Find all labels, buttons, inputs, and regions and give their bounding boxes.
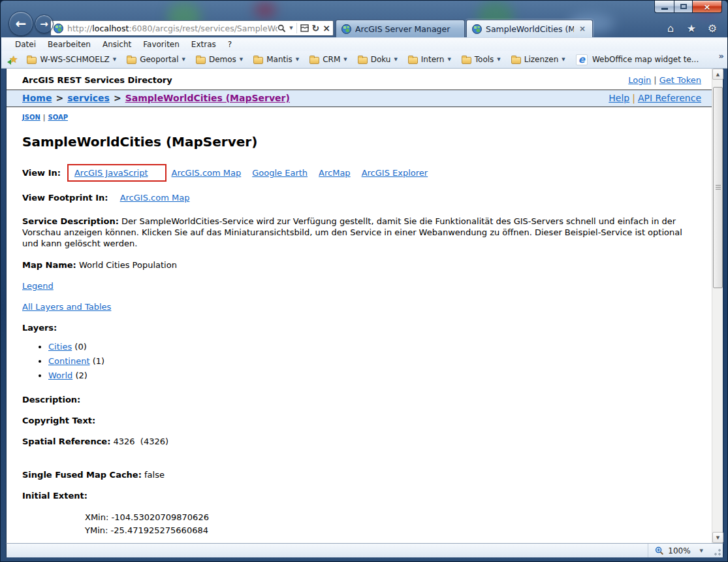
favorites-star-icon[interactable]: ★ (684, 21, 699, 35)
layer-count: (2) (75, 371, 87, 380)
extent-key: XMin: (85, 512, 108, 522)
stop-icon[interactable]: × (323, 24, 330, 33)
url-text[interactable]: http://localhost:6080/arcgis/rest/servic… (67, 24, 277, 33)
arcgis-javascript-link[interactable]: ArcGIS JavaScript (74, 168, 148, 178)
layers-label: Layers: (22, 323, 57, 333)
minimize-button[interactable] (654, 1, 674, 13)
login-link[interactable]: Login (628, 75, 651, 85)
menu-item-extras[interactable]: Extras (185, 40, 222, 49)
separator: | (632, 93, 635, 103)
google-earth-link[interactable]: Google Earth (252, 168, 308, 178)
folder-icon (309, 57, 319, 64)
favorite-label: W-WS-SCHMOELZ (40, 55, 109, 64)
close-button[interactable]: × (692, 1, 722, 13)
menu-item-hilfe[interactable]: ? (222, 40, 238, 49)
menu-item-ansicht[interactable]: Ansicht (97, 40, 137, 49)
breadcrumb-current-link[interactable]: SampleWorldCities (MapServer) (125, 93, 290, 103)
chevron-down-icon: ▼ (447, 57, 451, 62)
menu-item-datei[interactable]: Datei (9, 40, 42, 49)
menu-bar: Datei Bearbeiten Ansicht Favoriten Extra… (1, 37, 728, 51)
chevron-down-icon: ▼ (394, 57, 397, 62)
favorite-weboffice-link[interactable]: eWebOffice map widget te... (571, 54, 704, 65)
chrome-right-icons: ⌂ ★ ⚙ (663, 21, 720, 35)
spatial-reference-value: 4326 (4326) (114, 437, 169, 446)
layer-world-link[interactable]: World (48, 371, 72, 380)
resize-grip[interactable] (712, 548, 721, 557)
map-name-label: Map Name: (22, 260, 76, 270)
all-layers-and-tables-link[interactable]: All Layers and Tables (22, 302, 111, 312)
favorites-folder-w-ws-schmoelz[interactable]: W-WS-SCHMOELZ▼ (22, 55, 121, 64)
favorites-folder-doku[interactable]: Doku▼ (353, 55, 403, 64)
window-caption-buttons: × (654, 1, 722, 13)
spatial-reference-label: Spatial Reference: (22, 437, 110, 446)
scroll-up-button[interactable]: ▲ (712, 69, 723, 80)
address-bar[interactable]: http://localhost:6080/arcgis/rest/servic… (50, 20, 334, 36)
favorites-folder-lizenzen[interactable]: Lizenzen▼ (506, 55, 571, 64)
service-description-label: Service Description: (22, 216, 119, 226)
chevron-down-icon: ▼ (343, 57, 347, 62)
separator: | (43, 114, 46, 121)
api-reference-link[interactable]: API Reference (638, 93, 701, 103)
zoom-control[interactable]: 100% ▼ (648, 544, 710, 557)
favorites-folder-tools[interactable]: Tools▼ (456, 55, 506, 64)
maximize-button[interactable] (674, 1, 692, 13)
favorites-folder-demos[interactable]: Demos▼ (191, 55, 248, 64)
favorites-folder-intern[interactable]: Intern▼ (403, 55, 456, 64)
breadcrumb-separator: > (114, 93, 121, 103)
tab-sampleworldcities[interactable]: SampleWorldCities (MapSer... × (466, 20, 593, 37)
forward-button[interactable]: → (35, 14, 54, 33)
refresh-icon[interactable]: ↻ (312, 24, 320, 33)
get-token-link[interactable]: Get Token (659, 75, 701, 85)
menu-item-favoriten[interactable]: Favoriten (137, 40, 185, 49)
breadcrumb-home-link[interactable]: Home (22, 93, 52, 103)
home-icon[interactable]: ⌂ (663, 21, 678, 35)
arcmap-link[interactable]: ArcMap (319, 168, 351, 178)
page-content: ArcGIS REST Services Directory Login|Get… (7, 69, 712, 543)
map-cache-label: Single Fused Map Cache: (22, 470, 142, 480)
soap-link[interactable]: SOAP (48, 114, 68, 121)
add-favorite-star-icon[interactable]: ★ (9, 54, 18, 65)
status-bar: 100% ▼ (6, 543, 723, 557)
favorites-folder-mantis[interactable]: Mantis▼ (248, 55, 304, 64)
arcgis-explorer-link[interactable]: ArcGIS Explorer (362, 168, 428, 178)
breadcrumb-services-link[interactable]: services (67, 93, 110, 103)
description-row: Description: (7, 395, 712, 405)
menu-item-bearbeiten[interactable]: Bearbeiten (42, 40, 97, 49)
search-dropdown-icon[interactable]: ▼ (289, 25, 293, 31)
favorites-overflow-chevron-icon[interactable]: » (719, 51, 724, 61)
zoom-dropdown-icon[interactable]: ▼ (700, 548, 703, 554)
search-icon[interactable] (277, 24, 286, 33)
layer-continent-link[interactable]: Continent (48, 356, 90, 366)
tab-favicon-globe-icon (341, 24, 351, 34)
tab-arcgis-server-manager[interactable]: ArcGIS Server Manager (336, 20, 465, 37)
browser-chrome: × ← → http://localhost:6080/arcgis/rest/… (1, 1, 728, 37)
vertical-scrollbar[interactable]: ▲ ▼ (712, 69, 723, 543)
scroll-down-button[interactable]: ▼ (712, 532, 723, 543)
extent-value: -104.53020709870626 (112, 512, 209, 522)
help-link[interactable]: Help (609, 93, 629, 103)
back-button[interactable]: ← (8, 11, 33, 36)
favorites-bar: ★ W-WS-SCHMOELZ▼ Geoportal▼ Demos▼ Manti… (1, 51, 728, 69)
favorites-folder-geoportal[interactable]: Geoportal▼ (121, 55, 191, 64)
favorites-folder-crm[interactable]: CRM▼ (304, 55, 352, 64)
scrollbar-thumb[interactable] (713, 87, 723, 288)
layer-cities-link[interactable]: Cities (48, 342, 72, 352)
chevron-down-icon: ▼ (182, 57, 185, 62)
arcgis-com-map-link[interactable]: ArcGIS.com Map (172, 168, 242, 178)
layer-list-item: Cities (0) (48, 342, 712, 352)
description-label: Description: (22, 395, 80, 405)
browser-viewport: ArcGIS REST Services Directory Login|Get… (6, 69, 723, 543)
minimize-icon (661, 8, 668, 10)
favorite-label: Intern (421, 55, 445, 64)
footprint-arcgis-com-map-link[interactable]: ArcGIS.com Map (120, 193, 190, 203)
scroll-down-icon: ▼ (716, 535, 720, 540)
json-link[interactable]: JSON (22, 114, 40, 121)
compatibility-view-icon[interactable] (300, 24, 309, 32)
gear-icon[interactable]: ⚙ (705, 21, 720, 35)
breadcrumb: Home>services>SampleWorldCities (MapServ… (7, 90, 712, 107)
chevron-down-icon: ▼ (240, 57, 243, 62)
service-description: Service Description: Der SampleWorldCiti… (7, 216, 712, 249)
all-layers-row: All Layers and Tables (7, 302, 712, 312)
tab-close-icon[interactable]: × (578, 24, 587, 33)
legend-link[interactable]: Legend (22, 281, 54, 291)
